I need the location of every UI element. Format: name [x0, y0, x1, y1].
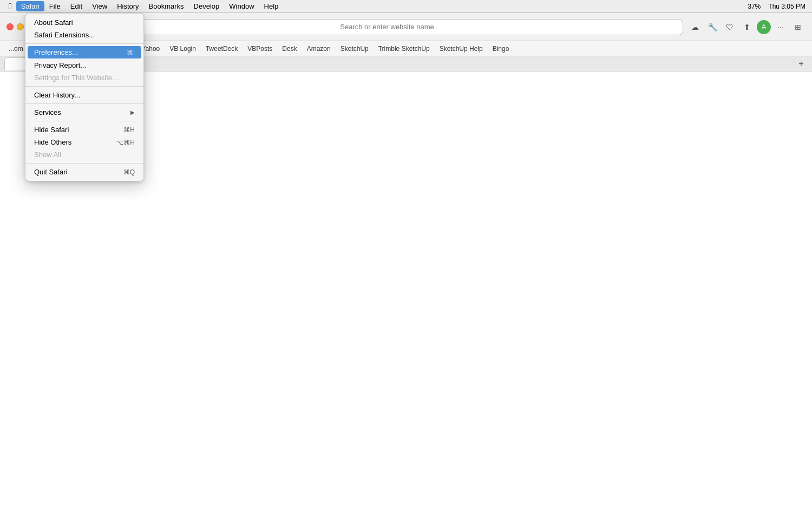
menu-shortcut: ⌘H	[123, 126, 135, 134]
tabs-overview-button[interactable]: ⊞	[790, 19, 806, 35]
menubar-edit[interactable]: Edit	[66, 1, 87, 11]
menu-item-services[interactable]: Services ▶	[25, 106, 143, 119]
bookmark-label: VBPosts	[247, 45, 272, 53]
bookmark-label: Bingo	[493, 45, 509, 53]
apple-menu[interactable]: 	[4, 1, 16, 12]
menu-item-label: Clear History...	[34, 91, 80, 99]
menu-item-hide-others[interactable]: Hide Others ⌥⌘H	[25, 136, 143, 148]
bookmark-label: ...om	[9, 45, 23, 53]
shield-button[interactable]: 🛡	[722, 19, 737, 35]
menu-item-label: Hide Others	[34, 138, 71, 146]
menu-item-settings: Settings for This Website...	[25, 71, 143, 84]
menu-item-privacy[interactable]: Privacy Report...	[25, 59, 143, 71]
extensions-button[interactable]: 🔧	[705, 19, 720, 35]
menubar-battery: 37%	[745, 3, 763, 10]
menu-item-clear-history[interactable]: Clear History...	[25, 89, 143, 101]
share-button[interactable]: ⬆	[739, 19, 755, 35]
menu-item-show-all: Show All	[25, 148, 143, 161]
menubar-left:  Safari File Edit View History Bookmark…	[4, 1, 283, 12]
bookmark-label: SketchUp	[340, 45, 369, 53]
bookmark-item[interactable]: TweetDeck	[201, 44, 242, 54]
menubar-safari[interactable]: Safari	[16, 1, 44, 11]
bookmark-item[interactable]: SketchUp Help	[435, 44, 487, 54]
menu-separator	[25, 103, 143, 104]
menu-item-label: About Safari	[34, 18, 73, 27]
bookmark-label: TweetDeck	[206, 45, 238, 53]
menubar-window[interactable]: Window	[224, 1, 259, 11]
bookmark-item[interactable]: Desk	[278, 44, 301, 54]
menu-item-hide-safari[interactable]: Hide Safari ⌘H	[25, 123, 143, 136]
bookmark-label: Desk	[282, 45, 297, 53]
bookmark-label: Yahoo	[141, 45, 160, 53]
menu-item-preferences[interactable]: Preferences... ⌘,	[28, 46, 141, 58]
menu-item-quit[interactable]: Quit Safari ⌘Q	[25, 166, 143, 178]
menubar-file[interactable]: File	[44, 1, 66, 11]
menu-item-extensions[interactable]: Safari Extensions...	[25, 29, 143, 41]
menubar-history[interactable]: History	[112, 1, 143, 11]
bookmark-label: VB Login	[169, 45, 196, 53]
menubar-right: 37% Thu 3:05 PM	[745, 3, 808, 10]
bookmark-label: Amazon	[307, 45, 331, 53]
menu-shortcut: ⌘Q	[123, 168, 135, 176]
menubar-develop[interactable]: Develop	[189, 1, 225, 11]
menu-separator	[25, 43, 143, 44]
menu-shortcut: ⌘,	[127, 49, 135, 56]
address-input[interactable]	[97, 23, 677, 31]
bookmark-label: SketchUp Help	[440, 45, 483, 53]
menubar-bookmarks[interactable]: Bookmarks	[144, 1, 189, 11]
menu-item-about[interactable]: About Safari	[25, 16, 143, 29]
menubar-time: Thu 3:05 PM	[766, 3, 808, 10]
menu-item-label: Services	[34, 108, 61, 116]
menu-item-label: Privacy Report...	[34, 61, 86, 69]
menu-item-label: Settings for This Website...	[34, 74, 118, 82]
menubar-help[interactable]: Help	[259, 1, 284, 11]
minimize-button[interactable]	[17, 23, 24, 30]
bookmark-item[interactable]: SketchUp	[336, 44, 373, 54]
close-button[interactable]	[6, 23, 14, 30]
bookmark-item[interactable]: Bingo	[488, 44, 514, 54]
menu-item-label: Hide Safari	[34, 126, 69, 134]
address-bar[interactable]: 🔍	[80, 19, 683, 35]
menu-item-label: Preferences...	[34, 48, 78, 56]
icloud-button[interactable]: ☁	[687, 19, 703, 35]
menu-shortcut: ⌥⌘H	[116, 139, 135, 146]
bookmark-item[interactable]: Trimble SketchUp	[374, 44, 434, 54]
profile-button[interactable]: A	[757, 20, 771, 34]
dropdown-menu: About Safari Safari Extensions... Prefer…	[25, 13, 144, 181]
bookmark-item[interactable]: Amazon	[303, 44, 335, 54]
bookmark-label: Trimble SketchUp	[378, 45, 430, 53]
menu-item-label: Quit Safari	[34, 168, 67, 176]
menubar-view[interactable]: View	[87, 1, 112, 11]
bookmark-item[interactable]: VB Login	[165, 44, 200, 54]
menu-item-label: Safari Extensions...	[34, 31, 95, 39]
menu-item-label: Show All	[34, 151, 61, 159]
add-tab-button[interactable]: +	[795, 57, 808, 70]
menu-separator	[25, 121, 143, 121]
more-button[interactable]: ···	[773, 19, 788, 35]
safari-menu-dropdown: About Safari Safari Extensions... Prefer…	[25, 13, 144, 181]
menu-separator	[25, 86, 143, 87]
bookmark-item[interactable]: VBPosts	[243, 44, 277, 54]
menubar:  Safari File Edit View History Bookmark…	[0, 0, 812, 13]
submenu-arrow-icon: ▶	[130, 109, 135, 115]
menu-separator	[25, 163, 143, 164]
toolbar-right: ☁ 🔧 🛡 ⬆ A ··· ⊞	[687, 19, 806, 35]
